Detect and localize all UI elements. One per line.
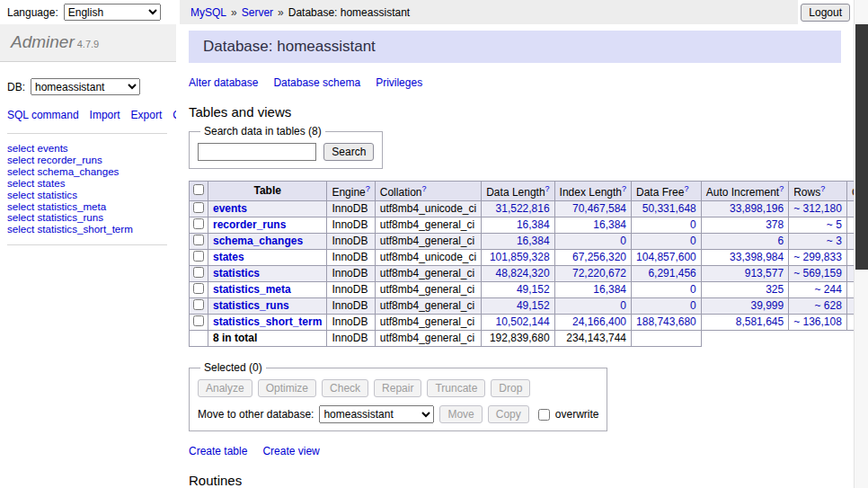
table-name-link[interactable]: statistics <box>213 267 260 279</box>
table-name-cell: statistics <box>208 266 327 282</box>
create-table-link[interactable]: Create table <box>189 445 247 457</box>
row-checkbox[interactable] <box>193 315 204 326</box>
auto-increment-cell: 8,581,645 <box>701 315 788 331</box>
column-header-comment: Comment? <box>846 182 854 201</box>
table-name-link[interactable]: recorder_runs <box>213 218 286 231</box>
sidebar-table-link[interactable]: select statistics_short_term <box>7 224 167 235</box>
sidebar-table-list: select eventsselect recorder_runsselect … <box>7 143 167 245</box>
sql-command-link[interactable]: SQL command <box>7 109 79 121</box>
move-label: Move to other database: <box>198 408 314 421</box>
breadcrumb: MySQL » Server » Database: homeassistant <box>180 0 798 24</box>
column-help-link[interactable]: ? <box>366 184 370 193</box>
engine-cell: InnoDB <box>327 298 375 315</box>
data-length-cell: 101,859,328 <box>482 250 554 266</box>
create-view-link[interactable]: Create view <box>262 445 319 457</box>
data-free-cell: 188,743,680 <box>632 315 702 331</box>
data-length-cell: 31,522,816 <box>482 201 554 217</box>
collation-cell: utf8mb4_general_ci <box>375 234 481 250</box>
rows-cell: ~ 3 <box>789 234 847 250</box>
export-link[interactable]: Export <box>131 109 163 121</box>
table-row: schema_changesInnoDButf8mb4_general_ci16… <box>190 234 855 250</box>
table-name-cell: states <box>208 250 327 266</box>
total-label-cell: 8 in total <box>208 331 327 347</box>
db-select[interactable]: homeassistant <box>31 78 140 95</box>
copy-button[interactable]: Copy <box>488 405 529 423</box>
row-checkbox[interactable] <box>193 267 204 278</box>
move-button[interactable]: Move <box>439 405 482 423</box>
table-name-link[interactable]: statistics_runs <box>213 299 289 312</box>
logout-area: Logout <box>798 0 854 24</box>
row-checkbox[interactable] <box>193 299 204 310</box>
engine-cell: InnoDB <box>327 250 375 266</box>
breadcrumb-link-server[interactable]: Server <box>242 6 273 19</box>
column-header-index-length: Index Length? <box>554 182 631 201</box>
column-help-link[interactable]: ? <box>820 184 825 193</box>
overwrite-label[interactable]: overwrite <box>555 408 599 421</box>
table-name-link[interactable]: events <box>213 202 247 215</box>
table-name-link[interactable]: statistics_short_term <box>213 315 322 328</box>
table-name-link[interactable]: states <box>213 251 244 263</box>
analyze-button[interactable]: Analyze <box>198 379 252 397</box>
scrollbar-thumb[interactable] <box>855 24 868 270</box>
index-length-cell: 0 <box>554 234 631 250</box>
comment-cell <box>846 250 854 266</box>
auto-increment-cell: 33,398,984 <box>701 250 788 266</box>
overwrite-checkbox[interactable] <box>538 409 550 421</box>
sidebar-table-link[interactable]: select schema_changes <box>7 166 167 178</box>
data-length-cell: 16,384 <box>482 234 554 250</box>
breadcrumb-current: Database: homeassistant <box>288 6 410 19</box>
alter-database-link[interactable]: Alter database <box>189 76 258 89</box>
row-checkbox[interactable] <box>193 283 204 294</box>
check-button[interactable]: Check <box>322 379 368 397</box>
repair-button[interactable]: Repair <box>374 379 421 397</box>
rows-cell: ~ 628 <box>789 298 847 315</box>
sidebar-table-link[interactable]: select statistics <box>7 190 167 201</box>
table-name-link[interactable]: schema_changes <box>213 235 303 247</box>
search-button[interactable]: Search <box>323 143 374 161</box>
scrollbar[interactable] <box>854 0 868 488</box>
column-help-link[interactable]: ? <box>421 184 426 193</box>
row-checkbox-cell <box>190 250 208 266</box>
row-checkbox[interactable] <box>193 251 204 262</box>
breadcrumb-separator: » <box>278 6 284 19</box>
row-checkbox[interactable] <box>193 202 204 213</box>
move-db-select[interactable]: homeassistant <box>319 405 434 423</box>
language-select[interactable]: English <box>64 4 161 21</box>
column-help-link[interactable]: ? <box>622 184 626 193</box>
optimize-button[interactable]: Optimize <box>258 379 316 397</box>
column-header-collation: Collation? <box>375 182 481 201</box>
index-length-cell: 67,256,320 <box>554 250 631 266</box>
data-free-cell: 0 <box>632 282 702 298</box>
column-help-link[interactable]: ? <box>779 184 784 193</box>
language-area: Language: English <box>0 0 180 24</box>
sidebar-table-link[interactable]: select recorder_runs <box>7 155 167 166</box>
collation-cell: utf8mb4_general_ci <box>375 282 481 298</box>
rows-cell: ~ 299,833 <box>789 250 847 266</box>
logout-button[interactable]: Logout <box>801 4 850 22</box>
column-help-link[interactable]: ? <box>545 184 550 193</box>
sidebar-table-link[interactable]: select events <box>7 143 167 155</box>
drop-button[interactable]: Drop <box>491 379 530 397</box>
row-checkbox-cell <box>190 201 208 217</box>
privileges-link[interactable]: Privileges <box>376 76 422 89</box>
breadcrumb-link-mysql[interactable]: MySQL <box>190 6 226 19</box>
row-checkbox[interactable] <box>193 218 204 229</box>
app-name-link[interactable]: Adminer <box>11 32 75 51</box>
sidebar-table-link[interactable]: select states <box>7 178 167 190</box>
data-free-cell: 0 <box>632 234 702 250</box>
engine-cell: InnoDB <box>327 217 375 234</box>
select-all-checkbox[interactable] <box>193 184 204 195</box>
selected-buttons-row: Analyze Optimize Check Repair Truncate D… <box>198 379 598 397</box>
database-schema-link[interactable]: Database schema <box>273 76 360 89</box>
row-checkbox[interactable] <box>193 235 204 245</box>
search-input[interactable] <box>198 143 316 161</box>
truncate-button[interactable]: Truncate <box>427 379 485 397</box>
import-link[interactable]: Import <box>90 109 120 121</box>
engine-cell: InnoDB <box>327 315 375 331</box>
table-row: statesInnoDButf8mb4_unicode_ci101,859,32… <box>190 250 855 266</box>
table-row: statistics_short_termInnoDButf8mb4_gener… <box>190 315 855 331</box>
data-free-cell: 0 <box>632 217 702 234</box>
column-help-link[interactable]: ? <box>684 184 688 193</box>
table-name-link[interactable]: statistics_meta <box>213 283 291 296</box>
breadcrumb-separator: » <box>231 6 237 19</box>
